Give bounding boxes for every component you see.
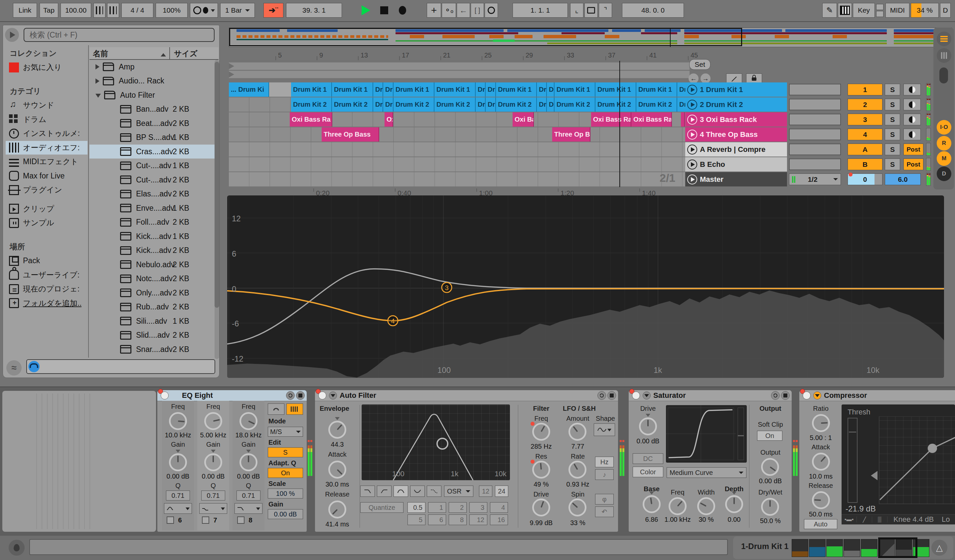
af-filter-type-3[interactable] <box>410 485 425 497</box>
arrangement-clip[interactable]: Oxi Bass Ra <box>631 112 672 126</box>
column-name[interactable]: 名前 <box>93 48 108 59</box>
session-view-toggle[interactable] <box>937 48 951 63</box>
comp-knee-value[interactable]: Knee 4.4 dB <box>894 515 934 524</box>
column-size[interactable]: サイズ <box>174 48 197 59</box>
device-activator[interactable] <box>161 392 169 399</box>
solo-button[interactable]: S <box>885 159 900 170</box>
loop-marker-lane[interactable] <box>229 62 690 70</box>
device-fold-toggle[interactable] <box>643 392 651 399</box>
new-button[interactable]: + <box>427 3 441 18</box>
file-row[interactable]: Snar....adv2 KB <box>89 342 214 356</box>
sat-softclip-button[interactable]: On <box>757 431 782 441</box>
device-eq-eight[interactable]: EQ Eight Freq 10.0 kHz Gain 0.00 dB Q 0.… <box>157 390 307 532</box>
loop-button[interactable] <box>584 3 598 18</box>
file-row[interactable]: Amp <box>89 60 214 74</box>
device-fold-toggle[interactable] <box>329 392 337 399</box>
groove-amount-field[interactable]: 100% <box>156 3 188 18</box>
af-quantize-button[interactable]: Quantize <box>360 502 404 513</box>
arrangement-clip[interactable]: Dr <box>476 97 486 112</box>
track-play-icon[interactable] <box>687 159 697 170</box>
sat-depth-knob[interactable] <box>725 495 743 513</box>
eq8-filter-enable-7[interactable] <box>202 516 209 524</box>
af-lfo-shape-select[interactable] <box>594 423 615 436</box>
arrangement-clip[interactable]: Drum Kit 2 <box>291 97 332 112</box>
eq8-q-field-6[interactable]: 0.71 <box>166 491 190 501</box>
clip-lane-6[interactable] <box>229 157 690 172</box>
save-preset-icon[interactable] <box>296 391 305 400</box>
track-fader[interactable] <box>789 159 841 170</box>
af-filter-display[interactable]: 100 1k 10k <box>362 404 510 480</box>
delay-section-toggle[interactable]: D <box>937 167 951 181</box>
loop-length-field[interactable]: 48. 0. 0 <box>622 3 684 18</box>
overview-view-frame[interactable] <box>229 28 742 46</box>
punch-out-button[interactable]: ⌝ <box>599 3 612 18</box>
browser-preview-play-button[interactable] <box>5 28 19 42</box>
sidebar-item-sample[interactable]: サンプル <box>6 216 88 230</box>
eq8-q-field-7[interactable]: 0.71 <box>201 491 225 501</box>
sat-base-knob[interactable] <box>643 495 661 513</box>
arrangement-clip[interactable]: Drum Kit 1 <box>554 83 595 97</box>
device-activator[interactable] <box>632 392 640 399</box>
eq8-gain-field[interactable]: 0.00 dB <box>268 509 303 519</box>
sidebar-item-midi[interactable]: MIDIエフェクト <box>6 155 88 168</box>
preview-tab[interactable] <box>26 359 215 374</box>
track-activator[interactable] <box>903 129 921 140</box>
af-spin-mode-button[interactable]: ↶ <box>595 507 614 517</box>
af-quant-8[interactable]: 8 <box>449 515 467 525</box>
track-routing-field[interactable]: 3 <box>847 114 883 125</box>
af-quant-3[interactable]: 3 <box>469 502 487 513</box>
sidebar-item-addfolder[interactable]: フォルダを追加.. <box>6 296 88 310</box>
af-filter-type-4[interactable] <box>427 485 441 497</box>
midi-map-button[interactable]: MIDI <box>886 3 910 18</box>
capture-midi-button[interactable]: ⚬ₒ <box>442 3 456 18</box>
track-play-icon[interactable] <box>687 129 697 140</box>
af-filter-type-0[interactable] <box>360 485 375 497</box>
comp-transfer-view-icon[interactable]: ╱ <box>857 516 872 523</box>
sidebar-item-project[interactable]: 現在のプロジェ: <box>6 282 88 296</box>
arrangement-clip[interactable]: Dr <box>547 83 554 97</box>
solo-button[interactable]: S <box>885 114 900 125</box>
af-rate-hz-button[interactable]: Hz <box>595 457 614 467</box>
arrangement-clip[interactable]: Ox <box>385 112 393 126</box>
draw-mode-button[interactable]: ✎ <box>822 3 837 18</box>
arrangement-position-field[interactable]: 39. 3. 1 <box>286 3 342 18</box>
file-row[interactable]: Auto Filter <box>89 88 214 102</box>
file-row[interactable]: Ban...adv2 KB <box>89 102 214 116</box>
track-play-icon[interactable] <box>687 100 697 110</box>
comp-gain-reduction-view-icon[interactable]: ▒ <box>872 516 888 523</box>
file-row[interactable]: Cut-....adv2 KB <box>89 173 214 187</box>
track-fader[interactable] <box>789 129 841 140</box>
af-rate-sync-button[interactable]: ♪ <box>595 469 614 480</box>
arrangement-clip[interactable]: Dr <box>547 97 554 112</box>
eq8-freq-knob-6[interactable] <box>169 412 187 430</box>
af-quant-2[interactable]: 2 <box>449 502 467 513</box>
track-play-icon[interactable] <box>687 85 697 95</box>
af-quant-1[interactable]: 1 <box>428 502 446 513</box>
eq-eight-spectrum-display[interactable]: 3 4 12 6 0 -6 -12 100 1k 10k <box>227 195 944 378</box>
hot-swap-icon[interactable] <box>286 391 295 400</box>
sat-color-button[interactable]: Color <box>632 466 663 477</box>
track-name[interactable]: 3 Oxi Bass Rack <box>685 112 787 126</box>
eq8-filter-type-select-8[interactable] <box>235 503 263 514</box>
file-row[interactable]: Audio... Rack <box>89 74 214 88</box>
track-name[interactable]: B Echo <box>685 157 787 172</box>
track-fader[interactable] <box>789 84 841 95</box>
eq8-gain-knob-7[interactable] <box>204 453 222 471</box>
device-activator[interactable] <box>803 392 811 399</box>
af-filter-type-2[interactable] <box>393 485 408 497</box>
af-release-knob[interactable] <box>328 501 346 518</box>
file-row[interactable]: Foll....adv2 KB <box>89 215 214 229</box>
sidebar-item-clipicon[interactable]: クリップ <box>6 202 88 216</box>
file-row[interactable]: Elas....adv2 KB <box>89 187 214 201</box>
arrangement-clip[interactable]: Dr <box>486 97 496 112</box>
af-res-knob[interactable] <box>532 461 550 479</box>
af-filter-handle[interactable] <box>437 438 448 449</box>
file-row[interactable]: Beat....adv2 KB <box>89 116 214 130</box>
compressor-title-bar[interactable]: Compressor <box>799 390 955 401</box>
af-quant-0.5[interactable]: 0.5 <box>407 502 426 513</box>
sidebar-item-clock[interactable]: インストゥルメ: <box>6 126 88 140</box>
track-name[interactable]: Master <box>685 172 787 186</box>
track-routing-field[interactable]: B <box>847 159 883 170</box>
af-quant-16[interactable]: 16 <box>490 515 508 525</box>
eq8-gain-knob-8[interactable] <box>240 453 257 471</box>
